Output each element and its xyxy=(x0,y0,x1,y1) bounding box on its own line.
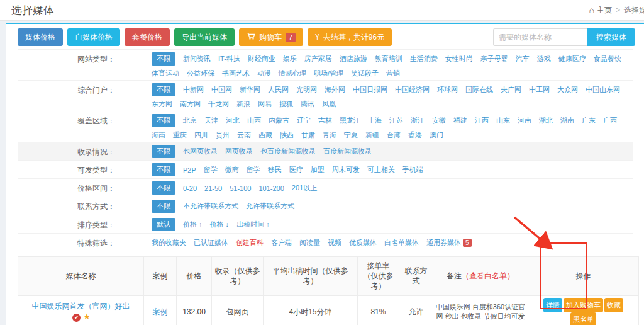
filter-option[interactable]: 新闻资讯 xyxy=(183,54,211,64)
filter-option[interactable]: 周末可发 xyxy=(332,165,360,174)
filter-option[interactable]: 食品餐饮 xyxy=(594,54,621,64)
filter-option[interactable]: 健康医疗 xyxy=(558,54,586,64)
filter-option[interactable]: 安徽 xyxy=(432,116,446,125)
filter-option[interactable]: 新浪 xyxy=(236,100,250,109)
filter-option[interactable]: 河南 xyxy=(518,116,531,125)
filter-option[interactable]: 宁夏 xyxy=(344,130,358,140)
filter-option[interactable]: 手机端 xyxy=(402,165,423,174)
filter-option[interactable]: 央广网 xyxy=(501,85,521,94)
filter-option-selected[interactable]: 不限 xyxy=(152,163,175,176)
filter-option[interactable]: 光明网 xyxy=(296,85,317,94)
filter-option[interactable]: 山东 xyxy=(496,116,510,125)
filter-option[interactable]: 职场/管理 xyxy=(314,69,343,78)
filter-option[interactable]: 笑话段子 xyxy=(351,69,379,78)
filter-option[interactable]: 201以上 xyxy=(292,183,317,193)
filter-option-selected[interactable]: 不限 xyxy=(152,200,175,213)
filter-option[interactable]: 移民 xyxy=(268,165,282,174)
filter-option[interactable]: 新华网 xyxy=(240,85,260,94)
filter-option-selected[interactable]: 默认 xyxy=(152,218,175,231)
filter-option[interactable]: 百度新闻源收录 xyxy=(323,147,372,156)
toolbar-button[interactable]: 导出当前媒体 xyxy=(174,28,235,46)
filter-option[interactable]: 白名单媒体 xyxy=(384,238,419,248)
whitelist-note[interactable]: （查看白名单） xyxy=(462,271,514,280)
filter-option[interactable]: 不允许带联系方式 xyxy=(183,202,238,211)
filter-option[interactable]: 青海 xyxy=(323,130,336,140)
filter-option[interactable]: P2P xyxy=(183,166,196,174)
filter-option[interactable]: 广西 xyxy=(603,116,617,125)
filter-option[interactable]: 内蒙古 xyxy=(269,116,289,125)
filter-option[interactable]: 价格 ↓ xyxy=(210,220,230,229)
search-button[interactable]: 搜索媒体 xyxy=(587,28,635,46)
filter-option[interactable]: 黑龙江 xyxy=(340,116,360,125)
filter-option[interactable]: 辽宁 xyxy=(297,116,311,125)
filter-option[interactable]: 房产家居 xyxy=(304,54,332,64)
filter-option[interactable]: 中国山东网 xyxy=(586,85,620,94)
filter-option[interactable]: 千龙网 xyxy=(208,100,229,109)
filter-option[interactable]: 51-100 xyxy=(230,185,251,192)
filter-option[interactable]: 吉林 xyxy=(318,116,332,125)
filter-option[interactable]: 客户端 xyxy=(271,238,292,248)
filter-option[interactable]: 重庆 xyxy=(173,130,187,140)
filter-option-selected[interactable]: 不限 xyxy=(152,52,175,66)
filter-option[interactable]: 动漫 xyxy=(257,69,271,78)
filter-option[interactable]: 新疆 xyxy=(365,130,379,140)
toolbar-button[interactable]: 自媒体价格 xyxy=(67,28,120,46)
filter-option[interactable]: 腾讯 xyxy=(301,100,314,109)
filter-option[interactable]: 江苏 xyxy=(389,116,403,125)
filter-option[interactable]: 游戏 xyxy=(537,54,551,64)
filter-option[interactable]: 网页收录 xyxy=(225,147,253,156)
filter-option[interactable]: 北京 xyxy=(183,116,197,125)
filter-option[interactable]: 山西 xyxy=(247,116,261,125)
filter-option[interactable]: 福建 xyxy=(453,116,467,125)
breadcrumb-home[interactable]: ⌂ 主页 xyxy=(589,5,612,16)
filter-option[interactable]: IT-科技 xyxy=(218,54,240,64)
filter-option[interactable]: 大众网 xyxy=(557,85,578,94)
cart-button[interactable]: 购物车7 xyxy=(239,28,303,46)
filter-option[interactable]: 医疗 xyxy=(289,165,303,174)
filter-option[interactable]: 公益环保 xyxy=(187,69,214,78)
filter-option[interactable]: 陕西 xyxy=(280,130,294,140)
search-input[interactable] xyxy=(493,28,587,46)
filter-option[interactable]: 中国网 xyxy=(211,85,232,94)
filter-option[interactable]: 广东 xyxy=(582,116,596,125)
filter-option[interactable]: 凤凰 xyxy=(322,100,336,109)
filter-option[interactable]: 视频 xyxy=(328,238,341,248)
toolbar-button[interactable]: ¥去结算，共计96元 xyxy=(308,28,392,46)
filter-option[interactable]: 西藏 xyxy=(258,130,272,140)
filter-option[interactable]: 包网页收录 xyxy=(183,147,218,156)
filter-option[interactable]: 中国经济网 xyxy=(395,85,430,94)
filter-option[interactable]: 亲子母婴 xyxy=(480,54,508,64)
filter-option[interactable]: 女性时尚 xyxy=(445,54,473,64)
filter-option[interactable]: 0-20 xyxy=(183,185,197,192)
filter-option[interactable]: 海南 xyxy=(152,130,165,140)
filter-option[interactable]: 生活消费 xyxy=(410,54,438,64)
filter-option[interactable]: 21-50 xyxy=(204,185,222,192)
filter-option[interactable]: 台湾 xyxy=(387,130,401,140)
filter-option[interactable]: 中新网 xyxy=(183,85,204,94)
filter-option[interactable]: 教育培训 xyxy=(375,54,402,64)
filter-option[interactable]: 情感心理 xyxy=(279,69,306,78)
filter-option[interactable]: 优质媒体 xyxy=(349,238,377,248)
filter-option[interactable]: 创建百科 xyxy=(236,238,264,248)
filter-option[interactable]: 澳门 xyxy=(430,130,443,140)
filter-option[interactable]: 营销 xyxy=(386,69,400,78)
filter-option-selected[interactable]: 不限 xyxy=(152,83,175,96)
filter-option[interactable]: 人民网 xyxy=(268,85,289,94)
filter-option[interactable]: 出稿时间 ↑ xyxy=(236,220,270,229)
filter-option[interactable]: 环球网 xyxy=(437,85,458,94)
detail-button[interactable]: 详情 xyxy=(543,298,562,312)
filter-option[interactable]: 留学 xyxy=(247,165,260,174)
filter-option[interactable]: 国际在线 xyxy=(465,85,493,94)
filter-option[interactable]: 云南 xyxy=(237,130,251,140)
filter-option[interactable]: 湖南 xyxy=(560,116,574,125)
filter-option[interactable]: 湖北 xyxy=(539,116,553,125)
filter-option[interactable]: 汽车 xyxy=(516,54,530,64)
filter-option[interactable]: 中国日报网 xyxy=(353,85,387,94)
add-to-cart-button[interactable]: 加入购物车 xyxy=(564,298,603,312)
filter-option[interactable]: 书画艺术 xyxy=(222,69,250,78)
filter-option[interactable]: 财经商业 xyxy=(248,54,275,64)
toolbar-button[interactable]: 套餐价格 xyxy=(125,28,170,46)
filter-option[interactable]: 江西 xyxy=(475,116,489,125)
filter-option-selected[interactable]: 不限 xyxy=(152,114,175,127)
filter-option[interactable]: 香港 xyxy=(408,130,422,140)
